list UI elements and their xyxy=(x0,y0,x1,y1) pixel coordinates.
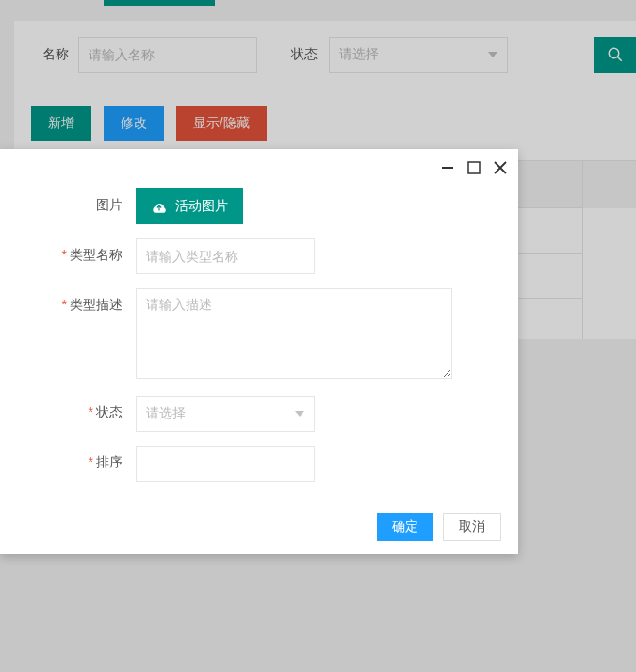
type-name-input[interactable] xyxy=(136,238,315,274)
edit-dialog: 图片 活动图片 *类型名称 *类型描述 xyxy=(0,149,518,554)
cloud-upload-icon xyxy=(151,200,168,213)
upload-image-label: 活动图片 xyxy=(175,198,228,215)
close-icon[interactable] xyxy=(494,161,507,177)
minimize-icon[interactable] xyxy=(441,161,454,177)
cancel-button[interactable]: 取消 xyxy=(443,513,501,541)
image-label: 图片 xyxy=(0,188,136,214)
svg-rect-3 xyxy=(468,162,480,173)
sort-input[interactable] xyxy=(136,446,315,482)
type-desc-label: *类型描述 xyxy=(0,288,136,314)
dialog-status-label: *状态 xyxy=(0,396,136,421)
chevron-down-icon xyxy=(295,411,304,417)
sort-label: *排序 xyxy=(0,446,136,471)
maximize-icon[interactable] xyxy=(467,161,481,177)
confirm-button[interactable]: 确定 xyxy=(377,513,433,541)
dialog-body: 图片 活动图片 *类型名称 *类型描述 xyxy=(0,188,518,509)
upload-image-button[interactable]: 活动图片 xyxy=(136,188,243,224)
dialog-status-select-value: 请选择 xyxy=(146,405,186,422)
dialog-footer: 确定 取消 xyxy=(0,509,518,554)
dialog-status-select[interactable]: 请选择 xyxy=(136,396,315,432)
dialog-titlebar xyxy=(0,149,518,188)
type-desc-textarea[interactable] xyxy=(136,288,452,379)
type-name-label: *类型名称 xyxy=(0,238,136,264)
